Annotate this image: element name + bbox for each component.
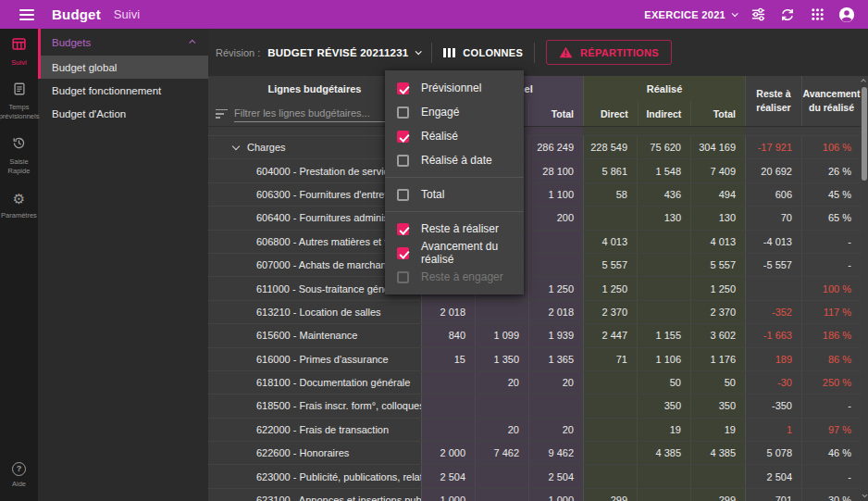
row-value [528, 395, 583, 417]
row-value: 606 [745, 183, 801, 206]
row-value: 299 [690, 489, 745, 501]
menu-item-reste-r-aliser[interactable]: Reste à réaliser [385, 217, 524, 241]
subcol-indirect: Indirect [638, 101, 691, 126]
main-panel: Révision : BUDGET RÉVISÉ 20211231 COLONN… [208, 29, 868, 501]
sidebar-item-label: Budget global [52, 62, 117, 73]
sidebar-item-temps-pr-visionnels[interactable]: Temps prévisionnels [0, 74, 38, 128]
sidebar-item-budget-d-action[interactable]: Budget d'Action [38, 102, 208, 125]
menu-item-avancement-du-r-alis-[interactable]: Avancement du réalisé [385, 241, 524, 265]
menu-item-r-alis-date[interactable]: Réalisé à date [385, 148, 524, 172]
repartitions-button[interactable]: RÉPARTITIONS [546, 40, 672, 65]
checkbox-unchecked-icon[interactable] [397, 155, 409, 167]
row-value: 189 [745, 348, 801, 370]
row-value [637, 465, 690, 487]
row-value: 286 249 [528, 136, 583, 158]
menu-item-label: Prévisionnel [421, 81, 481, 94]
checkbox-unchecked-icon[interactable] [397, 189, 409, 201]
table-columns-icon [12, 37, 26, 55]
reste-a-realiser-column-header: Reste à réaliser [745, 76, 801, 126]
row-value: 71 [583, 348, 637, 370]
sidebar-item-budget-global[interactable]: Budget global [38, 56, 208, 79]
row-value [421, 419, 475, 441]
row-value: 186 % [801, 324, 861, 346]
menu-item-label: Reste à engager [421, 270, 503, 283]
iconbar-item-label: Temps prévisionnels [0, 103, 39, 120]
table-row[interactable]: 613210 - Location de salles2 0182 0182 3… [208, 301, 861, 324]
row-value: 4 013 [690, 231, 745, 253]
menu-item-label: Total [421, 188, 444, 201]
colonnes-button[interactable]: COLONNES [443, 47, 523, 58]
checkbox-checked-icon[interactable] [397, 247, 409, 259]
sidebar-section-budgets[interactable]: Budgets [38, 29, 208, 56]
scroll-up-arrow-icon[interactable] [861, 77, 868, 86]
table-row[interactable]: 618100 - Documentation générale20205050-… [208, 371, 861, 395]
menu-item-label: Reste à réaliser [421, 222, 499, 235]
checkbox-unchecked-icon[interactable] [397, 106, 409, 119]
chevron-down-icon[interactable] [232, 142, 240, 149]
checkbox-checked-icon[interactable] [397, 131, 409, 143]
apps-grid-icon[interactable] [809, 6, 825, 23]
row-value: 20 [475, 371, 528, 394]
table-row[interactable]: 623100 - Annonces et insertions publicit… [208, 489, 861, 501]
tune-icon[interactable] [750, 6, 766, 23]
row-value: 1 250 [528, 277, 583, 299]
row-value: 494 [690, 183, 745, 206]
sidebar-item-param-tres[interactable]: ⚙Paramètres [0, 182, 38, 227]
row-label: 615600 - Maintenance [208, 324, 421, 346]
sidebar-item-suivi[interactable]: Suivi [0, 29, 38, 74]
row-label: 623000 - Publicité, publications, relati… [208, 465, 421, 487]
row-label: 613210 - Location de salles [208, 301, 421, 323]
table-row[interactable]: 622000 - Frais de transaction20201919197… [208, 419, 861, 442]
table-row[interactable]: 607000 - Achats de marchandises5 5575 55… [208, 254, 861, 277]
checkbox-checked-icon[interactable] [397, 223, 409, 235]
row-value: 28 100 [528, 159, 583, 182]
subcol-total: Total [690, 101, 745, 126]
checkbox-checked-icon[interactable] [397, 82, 409, 94]
sidebar-item-aide[interactable]: ? Aide [0, 454, 38, 495]
row-value: -4 013 [745, 231, 801, 253]
menu-item-r-alis-[interactable]: Réalisé [385, 124, 524, 148]
exercice-selector[interactable]: EXERCICE 2021 [644, 9, 737, 20]
table-row[interactable]: 606300 - Fournitures d'entretien et1 100… [208, 183, 861, 207]
row-value [528, 231, 583, 253]
row-value: 19 [637, 419, 690, 441]
row-value: 1 350 [475, 348, 528, 370]
exercice-label: EXERCICE 2021 [644, 9, 725, 20]
table-row[interactable]: 618500 - Frais inscr. form°, colloques e… [208, 395, 861, 418]
sync-icon[interactable] [779, 6, 796, 23]
menu-item-engag-[interactable]: Engagé [385, 100, 524, 124]
toolbar-divider [534, 43, 535, 63]
table-row[interactable]: 606400 - Fournitures administrativ200130… [208, 207, 861, 230]
table-row[interactable]: 623000 - Publicité, publications, relati… [208, 465, 861, 488]
menu-item-total[interactable]: Total [385, 182, 524, 207]
sidebar-item-saisie-rapide[interactable]: Saisie Rapide [0, 128, 38, 182]
table-row[interactable]: 604000 - Prestation de services28 1005 8… [208, 159, 861, 182]
menu-item-pr-visionnel[interactable]: Prévisionnel [385, 76, 524, 100]
row-value: 130 [637, 207, 690, 229]
row-value: 3 602 [690, 324, 745, 346]
revision-selector[interactable]: BUDGET RÉVISÉ 20211231 [267, 47, 420, 58]
scrollbar-thumb[interactable] [862, 87, 867, 181]
row-value: 50 [637, 371, 690, 394]
row-value [637, 254, 690, 276]
row-label: 622600 - Honoraires [208, 442, 421, 464]
table-row[interactable]: 615600 - Maintenance8401 0991 9392 4471 … [208, 324, 861, 347]
row-value: -17 921 [745, 136, 801, 158]
account-icon[interactable] [838, 6, 855, 23]
row-value: 4 385 [690, 442, 745, 464]
vertical-scrollbar[interactable] [861, 76, 868, 501]
table-row[interactable]: 622600 - Honoraires2 0007 4629 4624 3854… [208, 442, 861, 465]
table-row[interactable]: 616000 - Primes d'assurance151 3501 3657… [208, 348, 861, 371]
table-row[interactable]: Charges286 249228 54975 620304 169-17 92… [208, 136, 861, 159]
subcol-direct: Direct [584, 101, 638, 126]
row-value: 75 620 [637, 136, 690, 158]
assignment-icon [13, 82, 26, 99]
hamburger-menu-icon[interactable] [19, 9, 34, 20]
table-row[interactable]: 606800 - Autres matières et fourni4 0134… [208, 231, 861, 254]
scroll-down-arrow-icon[interactable] [861, 491, 868, 500]
row-value [637, 277, 690, 299]
table-row[interactable]: 611000 - Sous-traitance générale1 2501 2… [208, 277, 861, 300]
row-value [583, 207, 637, 229]
sidebar-item-budget-fonctionnement[interactable]: Budget fonctionnement [38, 79, 208, 102]
row-value [583, 442, 637, 464]
